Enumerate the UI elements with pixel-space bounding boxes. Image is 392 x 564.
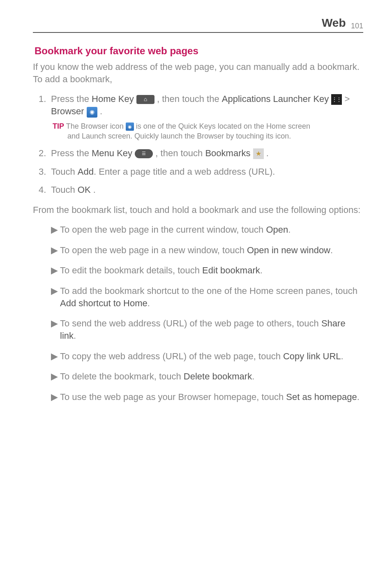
options-list: ▶ To open the web page in the current wi…	[33, 224, 363, 403]
bullet-arrow-icon: ▶	[51, 224, 58, 236]
step-text: Touch	[51, 166, 78, 177]
step-text: Touch	[51, 185, 78, 195]
add-shortcut-label: Add shortcut to Home	[60, 298, 148, 308]
menu-key-label: Menu Key	[92, 148, 132, 158]
step-number: 1.	[39, 93, 46, 106]
tip-text: is one of the Quick Keys located on the …	[134, 122, 310, 130]
browser-small-icon	[126, 123, 134, 131]
tip-text-line2: and Launch screen. Quickly launch the Br…	[53, 131, 363, 141]
steps-list: 1. Press the Home Key , then touch the A…	[33, 93, 363, 197]
step-text: . Enter a page title and a web address (…	[94, 166, 275, 177]
tip-label: TIP	[53, 122, 64, 130]
option-share: ▶ To send the web address (URL) of the w…	[51, 317, 363, 342]
option-open: ▶ To open the web page in the current wi…	[51, 224, 363, 236]
step-text: Press the	[51, 94, 92, 104]
option-text: To edit the bookmark details, touch	[60, 265, 202, 275]
step-text: .	[264, 148, 269, 158]
option-text: .	[252, 371, 254, 381]
step-number: 4.	[39, 184, 46, 196]
step-text: , then touch	[153, 148, 205, 158]
option-text: .	[260, 265, 263, 275]
bullet-arrow-icon: ▶	[51, 244, 58, 257]
step-text: .	[97, 106, 102, 116]
option-copy: ▶ To copy the web address (URL) of the w…	[51, 350, 363, 363]
tip-text: The Browser icon	[64, 122, 126, 130]
page-number: 101	[351, 22, 363, 30]
option-shortcut: ▶ To add the bookmark shortcut to the on…	[51, 285, 363, 309]
option-text: To open the web page in the current wind…	[60, 224, 266, 235]
option-text: .	[330, 245, 333, 255]
option-text: To delete the bookmark, touch	[60, 371, 184, 381]
bridge-text: From the bookmark list, touch and hold a…	[33, 204, 363, 216]
copy-link-label: Copy link URL	[283, 351, 341, 361]
browser-icon	[87, 107, 97, 118]
bookmarks-icon	[253, 148, 264, 159]
home-key-icon	[136, 95, 154, 104]
option-text: .	[148, 298, 150, 308]
bullet-arrow-icon: ▶	[51, 391, 58, 403]
tip-block: TIP The Browser icon is one of the Quick…	[51, 121, 363, 141]
step-text: .	[91, 185, 96, 195]
option-text: .	[288, 224, 291, 235]
bullet-arrow-icon: ▶	[51, 370, 58, 383]
option-text: .	[357, 392, 360, 402]
home-key-label: Home Key	[92, 94, 134, 104]
option-text: To send the web address (URL) of the web…	[60, 318, 321, 328]
ok-label: OK	[78, 185, 91, 195]
option-homepage: ▶ To use the web page as your Browser ho…	[51, 391, 363, 403]
menu-key-icon	[135, 149, 153, 158]
bullet-arrow-icon: ▶	[51, 317, 58, 330]
option-edit: ▶ To edit the bookmark details, touch Ed…	[51, 264, 363, 277]
option-text: .	[74, 331, 76, 341]
open-label: Open	[266, 224, 288, 235]
bullet-arrow-icon: ▶	[51, 350, 58, 363]
step-number: 3.	[39, 166, 46, 178]
bullet-arrow-icon: ▶	[51, 285, 58, 297]
option-open-new: ▶ To open the web page in a new window, …	[51, 244, 363, 257]
option-text: .	[341, 351, 344, 361]
step-text: >	[342, 94, 350, 104]
browser-label: Browser	[51, 106, 84, 116]
set-homepage-label: Set as homepage	[286, 392, 357, 402]
option-delete: ▶ To delete the bookmark, touch Delete b…	[51, 370, 363, 383]
delete-bookmark-label: Delete bookmark	[184, 371, 252, 381]
step-2: 2. Press the Menu Key , then touch Bookm…	[51, 147, 363, 160]
section-title: Bookmark your favorite web pages	[35, 45, 363, 57]
open-new-label: Open in new window	[247, 245, 330, 255]
bullet-arrow-icon: ▶	[51, 264, 58, 277]
option-text: To add the bookmark shortcut to the one …	[60, 286, 357, 296]
step-1: 1. Press the Home Key , then touch the A…	[51, 93, 363, 141]
option-text: To copy the web address (URL) of the web…	[60, 351, 283, 361]
apps-launcher-label: Applications Launcher Key	[222, 94, 329, 104]
edit-bookmark-label: Edit bookmark	[202, 265, 260, 275]
step-number: 2.	[39, 147, 46, 160]
launcher-key-icon	[331, 94, 342, 105]
header-title: Web	[322, 16, 346, 29]
page-header: Web 101	[33, 16, 363, 33]
step-text: Press the	[51, 148, 92, 158]
option-text: To use the web page as your Browser home…	[60, 392, 286, 402]
intro-text: If you know the web address of the web p…	[33, 61, 363, 85]
option-text: To open the web page in a new window, to…	[60, 245, 247, 255]
add-label: Add	[78, 166, 94, 177]
step-3: 3. Touch Add. Enter a page title and a w…	[51, 166, 363, 178]
bookmarks-label: Bookmarks	[205, 148, 250, 158]
step-text: , then touch the	[154, 94, 222, 104]
step-4: 4. Touch OK .	[51, 184, 363, 196]
